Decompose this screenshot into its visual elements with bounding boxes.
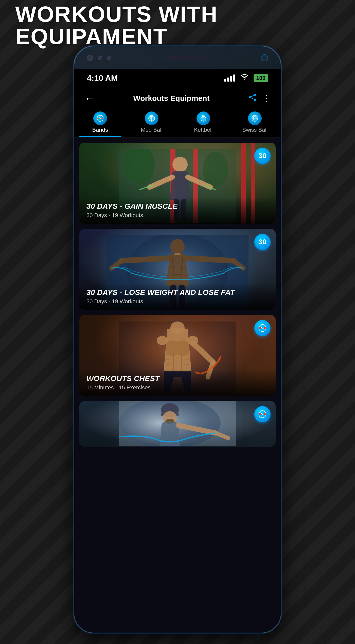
med-ball-tab-label: Med Ball (141, 127, 163, 133)
swiss-ball-tab-label: Swiss Ball (242, 127, 268, 133)
back-button[interactable]: ← (84, 93, 95, 104)
svg-point-21 (172, 157, 188, 172)
tab-med-ball[interactable]: 10 Med Ball (126, 110, 178, 137)
share-button[interactable] (248, 93, 257, 104)
phone-content: 30 30 DAYS - GAIN MUSCLE 30 Days - 19 Wo… (74, 138, 281, 633)
status-time: 4:10 AM (87, 73, 118, 83)
card-gain-muscle-badge: 30 (254, 148, 271, 164)
svg-point-7 (101, 118, 103, 119)
tab-kettbell[interactable]: Kettbell (178, 110, 229, 137)
card-gain-muscle-info: 30 DAYS - GAIN MUSCLE 30 Days - 19 Worko… (79, 197, 276, 224)
camera-dot-2 (98, 56, 102, 60)
app-bar: ← Workouts Equipment ⋮ (74, 87, 281, 110)
camera-dot-1 (87, 55, 93, 61)
card-lose-weight-badge: 30 (254, 234, 271, 250)
battery-value: 100 (256, 75, 265, 81)
speaker-bar (166, 56, 206, 60)
svg-point-47 (259, 413, 261, 415)
workout-card-lose-weight[interactable]: 30 30 DAYS - LOSE WEIGHT AND LOSE FAT 30… (79, 229, 276, 310)
phone-wrapper: 4:10 AM (74, 46, 281, 633)
svg-point-38 (264, 327, 266, 329)
signal-bars-icon (224, 74, 235, 82)
svg-point-0 (254, 94, 256, 96)
person-partial (119, 401, 236, 447)
battery-icon: 100 (254, 74, 268, 82)
tab-bar: Bands 10 Med Ball (74, 110, 281, 138)
signal-bar-3 (230, 76, 232, 82)
card-partial-badge (254, 406, 271, 422)
svg-point-6 (97, 118, 99, 119)
front-camera (261, 54, 268, 61)
more-options-button[interactable]: ⋮ (262, 93, 271, 103)
svg-point-37 (259, 327, 261, 329)
wifi-icon (240, 74, 248, 82)
status-icons: 100 (224, 74, 268, 82)
swiss-ball-tab-icon (248, 111, 262, 125)
kettbell-tab-icon (197, 111, 210, 125)
workout-card-chest[interactable]: WORKOUTS CHEST 15 Minutes - 15 Exercises (79, 315, 276, 396)
tab-swiss-ball[interactable]: Swiss Ball (229, 110, 281, 137)
svg-point-48 (264, 413, 266, 415)
svg-point-2 (254, 99, 256, 101)
svg-point-31 (170, 321, 185, 334)
tab-bands[interactable]: Bands (74, 110, 126, 137)
kettbell-tab-label: Kettbell (194, 127, 212, 133)
signal-bar-1 (224, 79, 226, 82)
svg-rect-27 (174, 253, 181, 255)
workout-card-partial[interactable] (79, 401, 276, 447)
app-bar-actions: ⋮ (248, 93, 271, 104)
svg-rect-12 (203, 117, 204, 118)
status-bar: 4:10 AM (74, 69, 281, 87)
svg-point-1 (249, 96, 251, 98)
page-title: WORKOUTS WITH EQUIPAMENT (15, 3, 340, 48)
svg-line-3 (251, 98, 254, 99)
signal-bar-4 (233, 74, 235, 82)
camera-dot-3 (107, 56, 111, 60)
signal-bar-2 (227, 78, 229, 82)
svg-point-18 (203, 152, 228, 187)
bands-tab-icon (93, 111, 107, 125)
page-header: WORKOUTS WITH EQUIPAMENT (0, 0, 355, 53)
card-chest-subtitle: 15 Minutes - 15 Exercises (86, 384, 269, 391)
card-chest-badge (254, 320, 271, 336)
card-lose-weight-info: 30 DAYS - LOSE WEIGHT AND LOSE FAT 30 Da… (79, 283, 276, 310)
card-chest-title: WORKOUTS CHEST (86, 374, 269, 383)
card-chest-info: WORKOUTS CHEST 15 Minutes - 15 Exercises (79, 369, 276, 396)
svg-point-32 (157, 336, 168, 345)
card-gain-muscle-title: 30 DAYS - GAIN MUSCLE (86, 202, 269, 211)
app-bar-title: Workouts Equipment (133, 94, 209, 103)
bands-tab-label: Bands (92, 127, 108, 133)
svg-point-26 (170, 239, 185, 254)
workout-card-gain-muscle[interactable]: 30 30 DAYS - GAIN MUSCLE 30 Days - 19 Wo… (79, 143, 276, 224)
card-lose-weight-subtitle: 30 Days - 19 Workouts (86, 298, 269, 305)
card-gain-muscle-subtitle: 30 Days - 19 Workouts (86, 212, 269, 219)
phone-frame: 4:10 AM (74, 46, 281, 633)
card-lose-weight-title: 30 DAYS - LOSE WEIGHT AND LOSE FAT (86, 288, 269, 297)
svg-text:10: 10 (150, 116, 154, 120)
camera-dots (87, 55, 111, 61)
med-ball-tab-icon: 10 (145, 111, 158, 125)
svg-line-4 (251, 95, 254, 97)
